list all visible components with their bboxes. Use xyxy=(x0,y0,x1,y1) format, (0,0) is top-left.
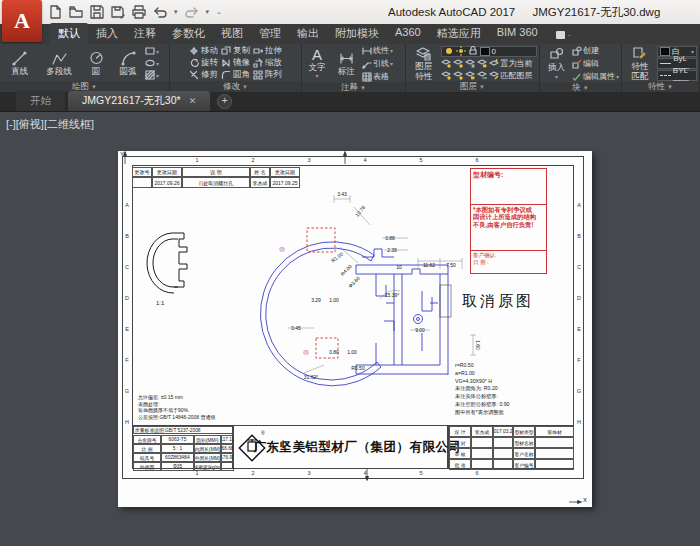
modify-tool-5[interactable]: 圆角 xyxy=(221,69,250,81)
ribbon-tab-8[interactable]: A360 xyxy=(387,23,429,44)
revision-header-row: 更改号更改日期说 明姓 名更改日期 xyxy=(132,167,300,177)
save-icon[interactable] xyxy=(90,5,104,19)
ribbon: 直线 多段线 圆 圆弧 ▾ ▾ ▾ xyxy=(0,44,700,92)
note-left-3: 公差按照:GB/T 14846-2008 普通级 xyxy=(138,414,215,421)
panel-block: 插入 ▾ 创建 编辑 编辑属性▾ 块▼ xyxy=(540,44,622,92)
undo-dropdown-caret[interactable]: ▾ xyxy=(174,8,178,16)
ribbon-tab-0[interactable]: 默认 xyxy=(50,23,88,44)
redo-dropdown-caret[interactable]: ▾ xyxy=(206,8,210,16)
svg-text:®: ® xyxy=(261,430,265,436)
arc-label: 圆弧 xyxy=(120,67,137,76)
layer-isolate-icon[interactable] xyxy=(453,58,463,68)
undo-icon[interactable] xyxy=(153,5,167,19)
ribbon-tab-3[interactable]: 参数化 xyxy=(164,23,213,44)
layer-walk-icon[interactable] xyxy=(477,70,487,80)
ribbon-tab-1[interactable]: 插入 xyxy=(88,23,126,44)
layer-thaw-icon[interactable] xyxy=(441,70,451,80)
color-chip xyxy=(660,47,670,56)
make-current-icon[interactable] xyxy=(489,58,499,68)
open-file-icon[interactable] xyxy=(69,5,83,19)
rectangle-button[interactable]: ▾ xyxy=(145,46,159,56)
ellipse-icon xyxy=(145,58,155,68)
panel-layers-label[interactable]: 图层▼ xyxy=(406,81,539,92)
insert-block-label: 插入 xyxy=(548,63,565,72)
modify-tool-icon-4 xyxy=(221,58,231,68)
dimension-button[interactable]: 标注 xyxy=(331,45,361,82)
file-tab-active[interactable]: JMGY21617-无孔30*✕ xyxy=(68,91,210,111)
grid-row-right-D: D xyxy=(577,295,581,301)
ribbon-tab-6[interactable]: 输出 xyxy=(289,23,327,44)
new-file-icon[interactable] xyxy=(48,5,62,19)
file-tab-start[interactable]: 开始 xyxy=(16,91,65,111)
revision-header-cell-0: 更改号 xyxy=(132,167,152,177)
match-layer-icon[interactable] xyxy=(489,70,499,80)
company-name: 广东坚美铝型材厂（集团）有限公司 xyxy=(268,426,447,468)
modify-tool-label-4: 镜像 xyxy=(233,57,250,69)
close-tab-icon[interactable]: ✕ xyxy=(189,96,197,106)
line-button[interactable]: 直线 xyxy=(2,45,37,81)
drawing-sheet[interactable]: 112233445566AABBCCDDEEFFGGHH Y X 更改号更改日期… xyxy=(118,151,592,507)
note-right-0: r=R0.50 xyxy=(455,362,509,370)
grid-col-bottom-3: 3 xyxy=(307,470,310,476)
layer-freeze-icon[interactable] xyxy=(465,58,475,68)
ribbon-tab-7[interactable]: 附加模块 xyxy=(327,23,387,44)
table-button[interactable]: 表格 xyxy=(362,71,403,82)
layer-off-icon[interactable] xyxy=(441,58,451,68)
polyline-button[interactable]: 多段线 xyxy=(38,45,80,81)
edit-attributes-button[interactable]: 编辑属性▾ xyxy=(572,71,619,82)
text-button[interactable]: A 文字 ▾ xyxy=(304,45,330,82)
make-current-label[interactable]: 置为当前 xyxy=(501,58,533,69)
hatch-button[interactable]: ▾ xyxy=(145,70,159,80)
modify-tool-2[interactable]: 修剪 xyxy=(189,69,218,81)
modify-tool-icon-0 xyxy=(189,46,199,56)
leader-button[interactable]: 引线▾ xyxy=(362,58,403,69)
title-block-right-table: 设 计李杰成2017.03.27型材类型装饰材校 对型材名称审 核客户名称批 准… xyxy=(448,425,574,469)
application-menu-button[interactable]: A xyxy=(2,0,42,42)
ribbon-tab-10[interactable]: BIM 360 xyxy=(489,23,546,44)
ribbon-tab-5[interactable]: 管理 xyxy=(251,23,289,44)
ribbon-tab-2[interactable]: 注释 xyxy=(126,23,164,44)
revision-header-cell-1: 更改日期 xyxy=(152,167,182,177)
annotation-extra-tools: 线性▾ 引线▾ 表格 xyxy=(362,45,403,82)
ribbon-tab-4[interactable]: 视图 xyxy=(213,23,251,44)
modify-tool-3[interactable]: 复制 xyxy=(221,45,250,57)
ribbon-tab-9[interactable]: 精选应用 xyxy=(429,23,489,44)
insert-block-button[interactable]: 插入 ▾ xyxy=(542,45,571,82)
modify-tool-4[interactable]: 镜像 xyxy=(221,57,250,69)
linear-button[interactable]: 线性▾ xyxy=(362,45,403,56)
quick-access-toolbar: ▾ ▾ ⌄ xyxy=(48,3,222,21)
linetype-combo[interactable]: BYL—— xyxy=(657,70,697,81)
match-properties-button[interactable]: 特性 匹配 xyxy=(624,45,656,81)
new-drawing-button[interactable]: + xyxy=(217,94,232,109)
grid-col-top-4: 4 xyxy=(363,157,366,163)
layer-combo[interactable]: 0 xyxy=(441,46,537,57)
modify-tool-7[interactable]: 缩放 xyxy=(253,57,282,69)
edit-block-button[interactable]: 编辑 xyxy=(572,58,619,69)
qat-customize-caret[interactable]: ⌄ xyxy=(216,8,222,16)
create-block-button[interactable]: 创建 xyxy=(572,45,619,56)
layer-unlock-icon[interactable] xyxy=(465,70,475,80)
circle-button[interactable]: 圆 xyxy=(81,45,111,81)
file-tab-bar: 开始 JMGY21617-无孔30*✕ + xyxy=(0,92,700,112)
save-as-icon[interactable] xyxy=(111,5,125,19)
panel-properties-label[interactable]: 特性▼ xyxy=(622,81,699,92)
circle-label: 圆 xyxy=(92,67,101,76)
modify-tool-0[interactable]: 移动 xyxy=(189,45,218,57)
tb-right-cell-1-0: 校 对 xyxy=(449,437,471,448)
plot-icon[interactable] xyxy=(132,5,146,19)
workspace-switch-icon[interactable]: · xyxy=(556,30,571,44)
modify-tool-1[interactable]: 旋转 xyxy=(189,57,218,69)
ellipse-button[interactable]: ▾ xyxy=(145,58,159,68)
match-layer-label[interactable]: 匹配图层 xyxy=(501,70,533,81)
layer-on-icon[interactable] xyxy=(453,70,463,80)
layer-lock-icon[interactable] xyxy=(477,58,487,68)
model-space-canvas[interactable]: [-][俯视][二维线框] xyxy=(0,112,700,546)
viewport-controls[interactable]: [-][俯视][二维线框] xyxy=(6,117,94,132)
modify-tool-8[interactable]: 阵列 xyxy=(253,69,282,81)
modify-tool-6[interactable]: 拉伸 xyxy=(253,45,282,57)
redo-icon[interactable] xyxy=(185,5,199,19)
layer-properties-button[interactable]: 图层 特性 xyxy=(408,45,440,81)
modify-tool-label-8: 阵列 xyxy=(265,69,282,81)
arc-button[interactable]: 圆弧 xyxy=(112,45,144,81)
grid-col-top-5: 5 xyxy=(419,157,422,163)
